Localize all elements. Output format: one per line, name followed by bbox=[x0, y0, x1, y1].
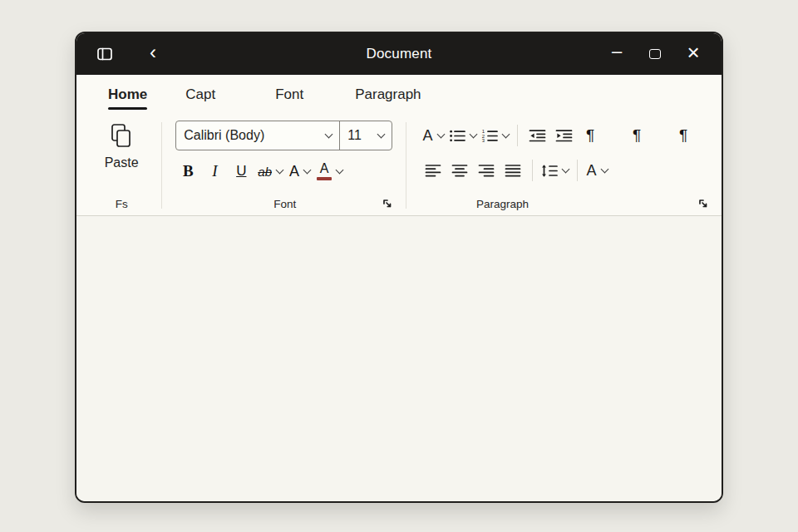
numbered-list-icon: 1 2 3 bbox=[481, 129, 498, 143]
change-case-button[interactable]: A bbox=[420, 123, 446, 148]
tab-home[interactable]: Home bbox=[108, 75, 147, 114]
clipboard-group-label: Fs bbox=[116, 198, 128, 210]
chevron-down-icon bbox=[600, 165, 608, 174]
chevron-down-icon bbox=[325, 131, 333, 139]
chevron-down-icon bbox=[502, 131, 510, 139]
chevron-down-icon bbox=[336, 166, 344, 175]
chevron-down-icon bbox=[470, 131, 478, 139]
maximize-button[interactable] bbox=[642, 41, 668, 67]
divider bbox=[577, 160, 578, 181]
tab-paragraph-label: Paragraph bbox=[355, 86, 421, 103]
font-name-value: Calibri (Body) bbox=[184, 128, 264, 143]
tab-home-label: Home bbox=[108, 86, 147, 103]
svg-text:3: 3 bbox=[482, 138, 485, 143]
paragraph-row-2: A bbox=[420, 155, 710, 185]
italic-icon: I bbox=[212, 162, 217, 180]
line-spacing-icon bbox=[541, 164, 558, 178]
line-spacing-button[interactable] bbox=[539, 158, 571, 183]
paragraph-dialog-launcher[interactable] bbox=[698, 199, 708, 209]
pilcrow-icon: ¶ bbox=[679, 126, 687, 145]
align-left-icon bbox=[425, 164, 441, 178]
tab-capt-label: Capt bbox=[185, 86, 215, 103]
font-dialog-launcher[interactable] bbox=[382, 199, 392, 209]
align-center-button[interactable] bbox=[446, 158, 473, 183]
chevron-down-icon bbox=[303, 166, 312, 175]
paste-button[interactable]: Paste bbox=[105, 117, 139, 170]
strikethrough-icon: ab bbox=[258, 165, 272, 179]
align-left-button[interactable] bbox=[420, 158, 446, 183]
paragraph-group-footer: Paragraph bbox=[420, 192, 710, 215]
increase-indent-icon bbox=[555, 129, 573, 143]
paste-label: Paste bbox=[105, 155, 139, 170]
underline-icon: U bbox=[236, 163, 246, 180]
align-center-icon bbox=[451, 164, 468, 178]
bold-button[interactable]: B bbox=[175, 158, 200, 185]
maximize-icon bbox=[649, 49, 661, 59]
tab-font-label: Font bbox=[275, 86, 303, 103]
increase-indent-button[interactable] bbox=[550, 123, 577, 148]
close-button[interactable]: × bbox=[680, 41, 707, 67]
ribbon: Home Capt Font Paragraph bbox=[76, 75, 722, 216]
divider bbox=[532, 160, 533, 181]
clipboard-group: Paste Fs bbox=[86, 117, 156, 215]
text-style-button[interactable]: A bbox=[584, 158, 610, 183]
font-size-value: 11 bbox=[347, 128, 362, 143]
underline-button[interactable]: U bbox=[229, 158, 254, 185]
font-size-select[interactable]: 11 bbox=[340, 121, 392, 150]
paragraph-group: A bbox=[411, 117, 712, 215]
document-canvas[interactable] bbox=[76, 216, 722, 503]
font-combos: Calibri (Body) 11 bbox=[175, 121, 392, 150]
chevron-down-icon bbox=[276, 166, 284, 175]
show-formatting-button-2[interactable]: ¶ bbox=[623, 123, 650, 148]
align-right-icon bbox=[478, 164, 495, 178]
pilcrow-icon: ¶ bbox=[586, 126, 594, 145]
app-window: ‹ Document – × Home Capt bbox=[75, 32, 723, 503]
group-divider bbox=[406, 122, 406, 209]
font-combo-row: Calibri (Body) 11 bbox=[175, 121, 394, 150]
active-tab-underline bbox=[108, 107, 147, 111]
pilcrow-icon: ¶ bbox=[633, 126, 641, 145]
titlebar-controls: – × bbox=[603, 41, 722, 67]
text-effects-icon: A bbox=[289, 163, 299, 180]
dialog-launcher-icon bbox=[382, 199, 392, 209]
font-color-button[interactable]: A bbox=[314, 158, 345, 185]
chevron-down-icon bbox=[377, 131, 386, 139]
align-right-button[interactable] bbox=[473, 158, 500, 183]
font-format-row: B I U ab A bbox=[175, 158, 394, 185]
bullet-list-icon bbox=[449, 129, 466, 143]
chevron-down-icon bbox=[562, 165, 570, 174]
show-formatting-button-3[interactable]: ¶ bbox=[670, 123, 697, 148]
titlebar: ‹ Document – × bbox=[76, 33, 722, 75]
font-color-bar bbox=[317, 177, 332, 180]
back-icon: ‹ bbox=[150, 42, 156, 62]
close-icon: × bbox=[687, 42, 699, 63]
divider bbox=[517, 125, 518, 146]
justify-button[interactable] bbox=[500, 158, 526, 183]
font-group-label: Font bbox=[273, 198, 296, 210]
ribbon-body: Paste Fs Calibri (Body) bbox=[76, 114, 722, 215]
text-style-icon: A bbox=[587, 162, 597, 180]
tab-paragraph[interactable]: Paragraph bbox=[355, 75, 421, 114]
show-formatting-button-1[interactable]: ¶ bbox=[577, 123, 603, 148]
dialog-launcher-icon bbox=[698, 199, 708, 209]
minimize-button[interactable]: – bbox=[603, 41, 630, 67]
tab-font[interactable]: Font bbox=[275, 75, 303, 114]
font-name-select[interactable]: Calibri (Body) bbox=[176, 121, 339, 150]
back-button[interactable]: ‹ bbox=[141, 42, 165, 66]
tab-capt[interactable]: Capt bbox=[185, 75, 215, 114]
paragraph-row-1: A bbox=[420, 121, 710, 150]
bullet-list-button[interactable] bbox=[446, 123, 479, 148]
italic-button[interactable]: I bbox=[202, 158, 227, 185]
justify-icon bbox=[505, 164, 521, 178]
decrease-indent-button[interactable] bbox=[524, 123, 550, 148]
decrease-indent-icon bbox=[529, 129, 546, 143]
strikethrough-button[interactable]: ab bbox=[255, 158, 285, 185]
font-color-icon: A bbox=[317, 162, 332, 180]
font-group-footer: Font bbox=[175, 192, 394, 215]
text-effects-button[interactable]: A bbox=[287, 158, 313, 185]
app-window-icon[interactable] bbox=[93, 42, 116, 66]
window-icon bbox=[96, 47, 113, 62]
chevron-down-icon bbox=[436, 131, 445, 139]
numbered-list-button[interactable]: 1 2 3 bbox=[479, 123, 511, 148]
paragraph-group-label: Paragraph bbox=[476, 198, 529, 210]
